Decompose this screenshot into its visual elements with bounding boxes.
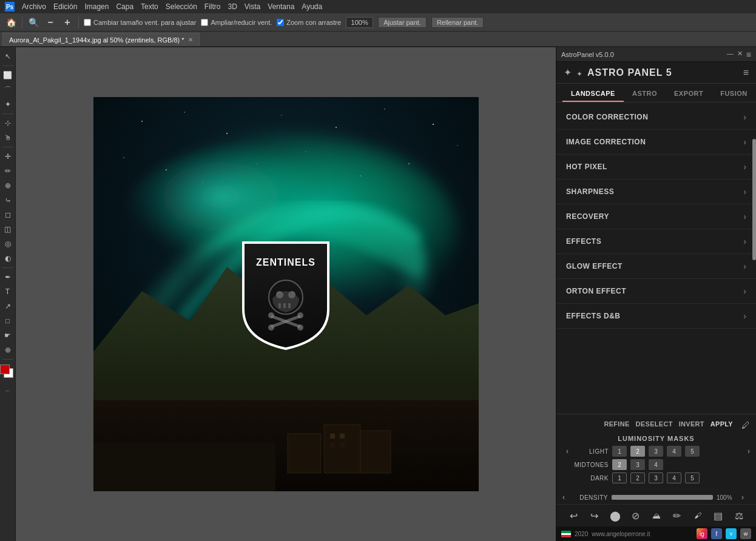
menu-glow-effect[interactable]: GLOW EFFECT ›: [556, 254, 756, 279]
menu-sharpness[interactable]: SHARPNESS ›: [556, 180, 756, 204]
layers-icon[interactable]: ▤: [711, 508, 726, 523]
tab-export[interactable]: EXPORT: [666, 86, 712, 102]
blur-tool[interactable]: ◎: [1, 237, 15, 250]
lum-mid-3[interactable]: 4: [649, 459, 663, 470]
tab-close-icon[interactable]: ✕: [188, 36, 193, 43]
lum-dark-5[interactable]: 5: [685, 472, 700, 483]
menu-color-correction[interactable]: COLOR CORRECTION ›: [556, 105, 756, 130]
tab-landscape[interactable]: LANDSCAPE: [562, 86, 624, 102]
menu-edicion[interactable]: Edición: [53, 2, 77, 11]
menu-ventana[interactable]: Ventana: [268, 2, 294, 11]
tab-astro[interactable]: ASTRO: [624, 86, 666, 102]
menu-filtro[interactable]: Filtro: [204, 2, 221, 11]
ajustar-button[interactable]: Ajustar pant.: [378, 17, 427, 28]
scrollbar[interactable]: [752, 139, 756, 260]
facebook-icon[interactable]: f: [711, 528, 722, 539]
pen-tool[interactable]: ✒: [1, 270, 15, 284]
lum-light-2[interactable]: 2: [630, 446, 645, 457]
eyedropper-icon[interactable]: 🖊: [741, 420, 750, 430]
balance-icon[interactable]: ⚖: [732, 508, 746, 523]
circle-icon[interactable]: ⬤: [608, 508, 623, 523]
zoom-icon[interactable]: 🔍: [27, 16, 39, 29]
lum-light-4[interactable]: 4: [667, 446, 681, 457]
extra-tools[interactable]: ···: [1, 384, 15, 397]
lum-mid-2[interactable]: 3: [630, 459, 645, 470]
color-selector[interactable]: [0, 365, 16, 380]
shape-tool[interactable]: □: [1, 314, 15, 328]
menu-3d[interactable]: 3D: [228, 2, 237, 11]
menu-vista[interactable]: Vista: [245, 2, 260, 11]
zoom-value-input[interactable]: 100%: [346, 17, 373, 28]
checkbox-zoom-drag[interactable]: Zoom con arrastre: [277, 19, 341, 26]
marquee-tool[interactable]: ⬜: [1, 69, 15, 82]
quick-select-tool[interactable]: ✦: [1, 98, 15, 111]
instagram-icon[interactable]: ig: [697, 528, 707, 539]
web-icon[interactable]: w: [740, 528, 751, 539]
lasso-tool[interactable]: ⌒: [1, 83, 15, 96]
menu-hot-pixel[interactable]: HOT PIXEL ›: [556, 155, 756, 180]
lum-light-1[interactable]: 1: [612, 446, 627, 457]
lum-light-5[interactable]: 5: [685, 446, 700, 457]
clone-tool[interactable]: ⊕: [1, 179, 15, 192]
brush-tool[interactable]: ✏: [1, 164, 15, 178]
paint-icon[interactable]: 🖌: [690, 508, 705, 523]
checkbox-zoom-window[interactable]: Ampliar/reducir vent.: [201, 19, 272, 26]
panel-close-btn[interactable]: ✕: [737, 50, 743, 59]
panel-collapse-btn[interactable]: —: [727, 50, 734, 59]
menu-imagen[interactable]: Imagen: [84, 2, 109, 11]
vimeo-icon[interactable]: v: [726, 528, 737, 539]
gradient-tool[interactable]: ◫: [1, 223, 15, 236]
lum-mid-1[interactable]: 2: [612, 459, 627, 470]
undo-icon[interactable]: ↩: [567, 508, 581, 523]
redo-icon[interactable]: ↪: [587, 508, 602, 523]
refine-button[interactable]: REFINE: [604, 420, 629, 430]
tab-fusion[interactable]: FUSION: [712, 86, 756, 102]
menu-orton-effect[interactable]: ORTON EFFECT ›: [556, 279, 756, 304]
checkbox-resize-input[interactable]: [84, 19, 91, 26]
crop-tool[interactable]: ⊹: [1, 116, 15, 130]
menu-texto[interactable]: Texto: [141, 2, 158, 11]
lum-dark-2[interactable]: 2: [630, 472, 645, 483]
history-tool[interactable]: ⤿: [1, 193, 15, 207]
lum-dark-4[interactable]: 4: [667, 472, 681, 483]
pen-icon[interactable]: ✏: [670, 508, 684, 523]
lum-light-3[interactable]: 3: [649, 446, 663, 457]
zoom-out-icon[interactable]: −: [44, 16, 56, 29]
deselect-button[interactable]: DESELECT: [636, 420, 673, 430]
menu-seleccion[interactable]: Selección: [166, 2, 197, 11]
lum-dark-1[interactable]: 1: [612, 472, 627, 483]
lum-light-prev[interactable]: ‹: [562, 447, 572, 455]
checkbox-zoom-window-input[interactable]: [201, 19, 208, 26]
text-tool[interactable]: T: [1, 285, 15, 298]
panel-hamburger-icon[interactable]: ≡: [743, 67, 749, 78]
checkbox-resize[interactable]: Cambiar tamaño vent. para ajustar: [84, 19, 196, 26]
rellenar-button[interactable]: Rellenar pant.: [431, 17, 484, 28]
apply-button[interactable]: APPLY: [710, 420, 733, 430]
menu-archivo[interactable]: Archivo: [22, 2, 46, 11]
density-next[interactable]: ›: [741, 493, 750, 502]
menu-image-correction[interactable]: IMAGE CORRECTION ›: [556, 130, 756, 155]
menu-recovery[interactable]: RECOVERY ›: [556, 204, 756, 229]
menu-ayuda[interactable]: Ayuda: [302, 2, 322, 11]
checkbox-zoom-drag-input[interactable]: [277, 19, 284, 26]
zoom-in-icon[interactable]: +: [61, 16, 73, 29]
home-icon[interactable]: 🏠: [5, 16, 17, 29]
move-tool[interactable]: ↖: [1, 50, 15, 63]
panel-menu-dots[interactable]: ≡: [746, 50, 751, 59]
eraser-tool[interactable]: ◻: [1, 208, 15, 221]
eyedropper-tool[interactable]: 🖱: [1, 131, 15, 144]
zoom-tool[interactable]: ⊕: [1, 343, 15, 357]
hand-tool[interactable]: ☛: [1, 329, 15, 342]
heal-tool[interactable]: ✛: [1, 150, 15, 163]
tab-aurora[interactable]: Aurora_At_Pakgil_1_1944x.jpg al 50% (zen…: [2, 33, 200, 46]
dodge-tool[interactable]: ◐: [1, 252, 15, 265]
invert-button[interactable]: INVERT: [679, 420, 704, 430]
density-prev[interactable]: ‹: [562, 493, 571, 502]
menu-effects-db[interactable]: EFFECTS D&B ›: [556, 304, 756, 329]
mountains-icon[interactable]: ⛰: [649, 508, 664, 523]
density-slider[interactable]: [612, 495, 713, 500]
menu-capa[interactable]: Capa: [116, 2, 133, 11]
path-select-tool[interactable]: ↗: [1, 300, 15, 313]
menu-effects[interactable]: EFFECTS ›: [556, 229, 756, 254]
lum-light-next[interactable]: ›: [740, 447, 750, 455]
